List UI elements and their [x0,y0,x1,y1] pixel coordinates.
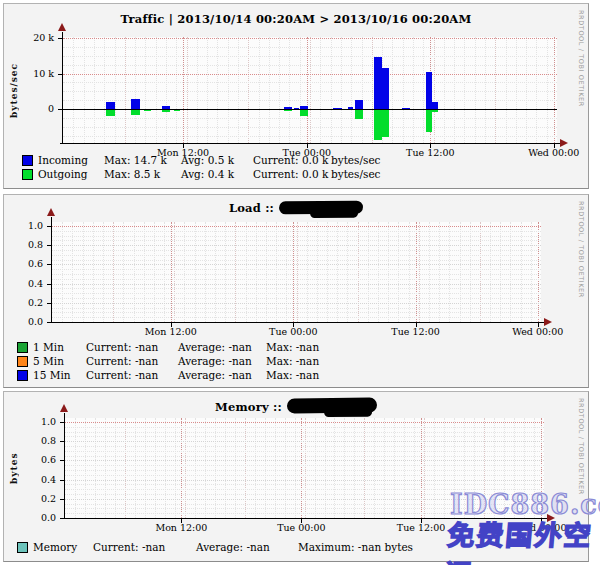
traffic-graph-panel: Traffic | 2013/10/14 00:20AM > 2013/10/1… [3,3,589,189]
legend-row: MemoryCurrent: -nanAverage: -nanMaximum:… [17,540,413,554]
legend-cell: Current: 0.0 k [253,168,331,180]
y-tick-label: 0.0 [4,316,43,327]
x-tick-label: Mon 12:00 [151,147,215,158]
gridline-horizontal-major [63,74,557,75]
x-axis-arrow [544,318,552,326]
load-title-text: Load :: [229,201,274,215]
gridline-horizontal [65,475,544,476]
traffic-bar-incoming [131,99,140,109]
y-tick [47,284,52,285]
legend-swatch [17,542,28,553]
x-tick-label: Tue 12:00 [398,147,462,158]
gridline-horizontal [52,255,541,256]
legend-row: 1 MinCurrent: -nanAverage: -nanMax: -nan [17,340,319,354]
legend-swatch [22,155,33,166]
gridline-horizontal [65,470,544,471]
gridline-horizontal [52,298,541,299]
gridline-horizontal [52,274,541,275]
gridline-horizontal [52,284,541,285]
x-tick-label: Tue 12:00 [384,326,448,337]
legend-cell: Incoming [38,154,104,166]
memory-title-text: Memory :: [215,400,282,414]
legend-swatch [17,342,28,353]
rrdtool-signature: RRDTOOL / TOBI OETIKER [577,398,585,495]
traffic-bar-outgoing [374,110,382,140]
traffic-bar-outgoing [300,110,308,116]
gridline-horizontal [65,460,544,461]
gridline-horizontal-major [63,38,557,39]
y-tick [58,38,63,39]
gridline-horizontal [52,288,541,289]
traffic-bar-incoming [382,68,389,109]
gridline-horizontal [52,236,541,237]
traffic-title-text: Traffic | 2013/10/14 00:20AM > 2013/10/1… [121,12,472,26]
memory-graph-title: Memory :: [4,398,588,414]
y-tick [58,74,63,75]
traffic-bar-outgoing [106,110,115,116]
y-axis-arrow [58,23,66,31]
legend-cell: Maximum: -nan bytes [298,541,413,553]
traffic-bar-incoming [348,107,353,109]
traffic-bar-incoming [374,57,382,109]
legend-cell: Current: -nan [93,541,196,553]
legend-cell: Max: -nan [266,369,319,381]
x-axis-line [60,143,561,144]
traffic-bar-incoming [333,108,342,109]
traffic-bar-outgoing [162,110,170,112]
legend-cell: 1 Min [33,341,86,353]
rrdtool-signature: RRDTOOL / TOBI OETIKER [577,10,585,107]
y-tick [47,226,52,227]
gridline-horizontal [52,264,541,265]
y-axis-arrow [60,404,68,412]
legend-row: 5 MinCurrent: -nanAverage: -nanMax: -nan [17,354,319,368]
traffic-bar-incoming [432,102,438,109]
y-tick-label: 1.0 [4,416,56,427]
gridline-horizontal [63,127,557,128]
gridline-horizontal-major [65,422,544,423]
legend-cell: Max: -nan [266,355,319,367]
traffic-bar-incoming [162,106,170,109]
y-tick [60,480,65,481]
load-plot-area [52,222,541,322]
y-tick-label: 0.6 [4,454,56,465]
legend-cell: Current: -nan [86,355,178,367]
x-tick-label: Tue 00:00 [261,326,325,337]
legend-cell: bytes/sec [331,168,381,180]
y-tick-label: 1.0 [4,220,43,231]
traffic-bar-incoming [300,106,308,109]
redacted-hostname [287,398,377,414]
load-graph-title: Load :: [4,201,588,215]
gridline-horizontal [63,56,557,57]
gridline-horizontal [52,245,541,246]
legend-cell: Max: 8.5 k [104,168,181,180]
legend-cell: Memory [33,541,93,553]
y-tick-label: 0.8 [4,239,43,250]
gridline-horizontal [52,260,541,261]
legend-cell: Current: -nan [86,341,178,353]
legend-cell: Average: -nan [178,369,266,381]
gridline-horizontal [65,456,544,457]
legend-swatch [17,356,28,367]
load-graph-panel: Load :: 1 MinCurrent: -nanAverage: -nanM… [3,194,589,388]
y-tick-label: 0.2 [4,493,56,504]
traffic-bar-incoming [284,107,292,109]
x-tick-label: Tue 00:00 [269,522,333,533]
gridline-horizontal [52,279,541,280]
legend-cell: Average: -nan [178,341,266,353]
gridline-horizontal [63,91,557,92]
legend-cell: Avg: 0.4 k [181,168,253,180]
traffic-bar-incoming [402,108,410,109]
x-tick-label: Wed 00:00 [506,326,570,337]
gridline-horizontal [63,118,557,119]
x-tick-label: Wed 00:00 [522,147,586,158]
y-tick [47,245,52,246]
y-tick-label: 0.4 [4,474,56,485]
gridline-horizontal [65,484,544,485]
traffic-graph-title: Traffic | 2013/10/14 00:20AM > 2013/10/1… [4,12,588,26]
gridline-horizontal [52,312,541,313]
x-axis-line [49,322,545,323]
traffic-bar-outgoing [382,110,389,137]
traffic-bar-outgoing [432,110,438,112]
gridline-horizontal-major [52,226,541,227]
y-tick-label: 0.6 [4,258,43,269]
